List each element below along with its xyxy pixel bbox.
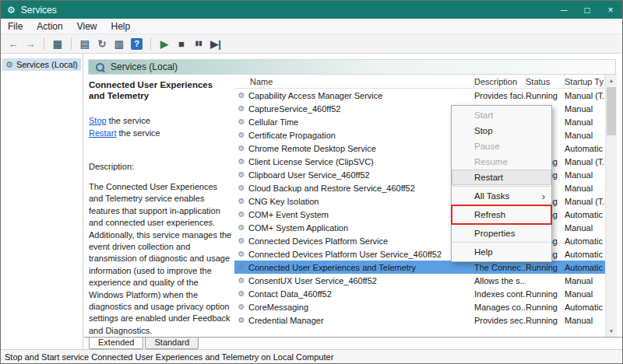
export-list-icon[interactable]: ▥ [111, 36, 128, 51]
tab-standard[interactable]: Standard [145, 338, 199, 349]
toolbar-separator [150, 37, 151, 50]
status-bar: Stop and Start service Connected User Ex… [1, 349, 622, 363]
close-button[interactable]: × [599, 1, 622, 19]
service-gear-icon: ⚙ [234, 277, 248, 285]
service-detail-panel: Connected User Experiences and Telemetry… [89, 79, 235, 337]
table-row[interactable]: ⚙Contact Data_460ff52Indexes cont...Runn… [234, 287, 605, 300]
column-header-status[interactable]: Status [526, 75, 565, 88]
description-label: Description: [89, 162, 235, 171]
table-row[interactable]: ⚙Connected User Experiences and Telemetr… [234, 261, 605, 274]
cell-startup: Manual [565, 289, 605, 299]
context-menu-item-properties[interactable]: Properties [452, 226, 551, 241]
cell-name: CNG Key Isolation [248, 197, 474, 206]
cell-startup: Manual (T... [565, 91, 605, 100]
cell-status: Running [526, 263, 565, 272]
restart-service-link[interactable]: Restart [89, 128, 116, 138]
cell-startup: Automatic [565, 263, 605, 272]
menu-action[interactable]: Action [30, 21, 69, 32]
context-menu-item-pause: Pause [452, 138, 551, 154]
service-gear-icon: ⚙ [234, 290, 248, 298]
restart-service-icon[interactable]: ▶| [207, 36, 224, 51]
context-menu-separator [452, 205, 551, 205]
show-console-tree-icon[interactable]: ▦ [49, 36, 66, 51]
cell-startup: Automatic [565, 303, 605, 312]
service-gear-icon: ⚙ [234, 171, 248, 179]
context-menu-label: Stop [474, 126, 493, 135]
table-row[interactable]: ⚙Credential ManagerProvides sec...Runnin… [234, 313, 605, 327]
context-menu-item-all-tasks[interactable]: All Tasks› [452, 188, 551, 204]
column-header-description[interactable]: Description [474, 75, 526, 88]
properties-icon[interactable]: ▤ [76, 36, 93, 51]
start-service-icon[interactable]: ▶ [156, 36, 173, 51]
service-gear-icon: ⚙ [234, 264, 248, 271]
cell-name: CaptureService_460ff52 [248, 104, 474, 114]
minimize-button[interactable]: ─ [552, 1, 575, 19]
context-menu-label: Resume [474, 157, 508, 166]
context-menu-label: Refresh [474, 210, 505, 219]
tree-item-services-local[interactable]: ⚙ Services (Local) [2, 58, 81, 71]
table-row[interactable]: ⚙ConsentUX User Service_460ff52Allows th… [234, 274, 605, 287]
service-gear-icon: ⚙ [234, 145, 248, 152]
cell-name: Connected Devices Platform User Service_… [248, 250, 474, 259]
cell-name: Certificate Propagation [248, 131, 474, 140]
cell-name: Connected Devices Platform Service [248, 236, 474, 246]
menu-file[interactable]: File [1, 21, 30, 32]
stop-service-icon[interactable]: ■ [173, 36, 190, 51]
scroll-down-icon[interactable]: ▼ [606, 325, 617, 337]
cell-description: Provides sec... [474, 316, 526, 325]
vertical-scrollbar[interactable]: ▲ ▼ [605, 75, 617, 337]
cell-name: Chrome Remote Desktop Service [248, 144, 474, 153]
cell-status: Running [526, 289, 565, 299]
description-text: The Connected User Experiences and Telem… [89, 181, 234, 337]
cell-description: Manages co... [474, 303, 526, 312]
context-menu-separator [452, 186, 551, 187]
cell-startup: Automatic [565, 210, 605, 219]
context-menu-item-stop[interactable]: Stop [452, 123, 551, 138]
stop-service-link[interactable]: Stop [89, 116, 107, 125]
cell-startup: Manual (T... [565, 157, 605, 166]
bottom-tabs: ExtendedStandard [84, 337, 622, 349]
refresh-icon[interactable]: ↻ [93, 36, 111, 51]
context-menu-item-restart[interactable]: Restart [452, 170, 551, 185]
service-gear-icon: ⚙ [234, 184, 248, 192]
table-row[interactable]: ⚙CoreMessagingManages co...RunningAutoma… [234, 300, 605, 313]
cell-status: Running [526, 303, 565, 312]
context-menu-label: Restart [474, 173, 503, 182]
service-action-links: Stop the service Restart the service [89, 114, 235, 139]
pause-service-icon[interactable]: ▮▮ [190, 36, 207, 51]
service-gear-icon: ⚙ [234, 158, 248, 166]
scrollbar-thumb[interactable] [607, 87, 616, 135]
table-row[interactable]: ⚙Capability Access Manager ServiceProvid… [234, 89, 605, 102]
cell-startup: Manual [565, 276, 605, 285]
cell-description: Indexes cont... [474, 289, 526, 299]
cell-name: Capability Access Manager Service [248, 91, 474, 100]
status-bar-text: Stop and Start service Connected User Ex… [5, 352, 333, 362]
cell-name: Cloud Backup and Restore Service_460ff52 [248, 184, 474, 193]
context-menu-item-refresh[interactable]: Refresh [452, 207, 551, 222]
menu-bar: FileActionViewHelp [1, 19, 622, 34]
cell-name: Contact Data_460ff52 [248, 289, 474, 299]
maximize-button[interactable]: □ [575, 1, 599, 19]
tab-extended[interactable]: Extended [89, 338, 143, 349]
cell-startup: Manual [565, 131, 605, 140]
menu-view[interactable]: View [70, 21, 104, 32]
service-gear-icon: ⚙ [234, 92, 248, 100]
context-menu-separator [452, 242, 551, 243]
cell-startup: Manual [565, 117, 605, 127]
help-icon[interactable]: ? [131, 38, 143, 50]
cell-startup: Automatic [565, 144, 605, 153]
scroll-up-icon[interactable]: ▲ [606, 75, 617, 86]
services-app-icon: ⚙ [7, 5, 16, 15]
menu-help[interactable]: Help [104, 21, 138, 32]
context-menu-label: All Tasks [474, 191, 509, 201]
forward-icon[interactable]: → [22, 36, 39, 51]
stop-service-rest: the service [107, 116, 150, 125]
cell-name: Client License Service (ClipSVC) [248, 157, 474, 166]
cell-status: Running [526, 91, 565, 100]
cell-startup: Manual (T... [565, 197, 605, 206]
back-icon[interactable]: ← [5, 36, 22, 51]
context-menu-item-help[interactable]: Help [452, 244, 551, 260]
cell-startup: Manual [565, 316, 605, 325]
column-header-startup-type[interactable]: Startup Ty [565, 75, 605, 88]
column-header-name[interactable]: Name [234, 75, 474, 88]
